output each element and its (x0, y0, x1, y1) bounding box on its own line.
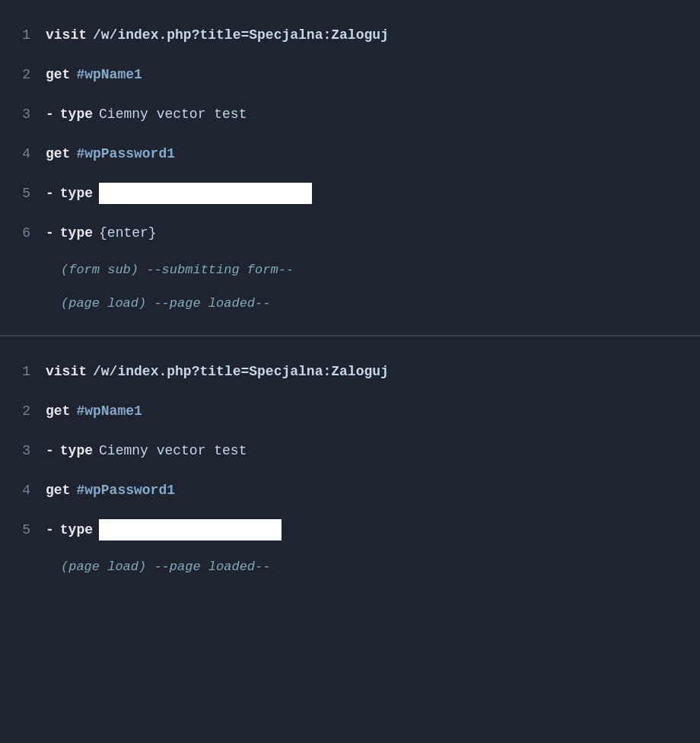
keyword-type: type (60, 522, 93, 537)
keyword-visit: visit (46, 364, 87, 379)
code-line: 1visit/w/index.php?title=Specjalna:Zalog… (0, 352, 700, 391)
code-line: 2get#wpName1 (0, 391, 700, 431)
panel-1: 1visit/w/index.php?title=Specjalna:Zalog… (0, 0, 700, 336)
line-number: 2 (0, 67, 46, 82)
dash-prefix: - (46, 186, 54, 201)
keyword-get: get (46, 483, 70, 498)
line-content: -type{enter} (46, 225, 157, 241)
code-line: 3-typeCiemny vector test (0, 431, 700, 470)
code-line: 4get#wpPassword1 (0, 134, 700, 174)
keyword-type: type (60, 186, 93, 201)
comment-label: (page load) (61, 296, 154, 311)
line-content: get#wpPassword1 (46, 146, 175, 161)
line-number: 3 (0, 443, 46, 458)
line-number: 5 (0, 522, 46, 537)
line-number: 4 (0, 483, 46, 498)
line-number: 6 (0, 225, 46, 241)
text-url: /w/index.php?title=Specjalna:Zaloguj (93, 27, 389, 43)
comment-text: (page load) --page loaded-- (61, 560, 270, 574)
comment-value: --submitting form-- (146, 263, 294, 277)
text-selector: #wpName1 (76, 67, 142, 82)
line-content: get#wpPassword1 (46, 483, 175, 498)
redacted-value (99, 519, 282, 541)
redacted-value (99, 183, 312, 204)
app-container: 1visit/w/index.php?title=Specjalna:Zalog… (0, 0, 700, 598)
keyword-type: type (60, 443, 93, 458)
comment-label: (page load) (61, 560, 154, 574)
comment-text: (form sub) --submitting form-- (61, 263, 294, 277)
comment-value: --page loaded-- (154, 296, 270, 311)
keyword-type: type (60, 107, 93, 122)
line-content: get#wpName1 (46, 403, 142, 419)
keyword-get: get (46, 403, 70, 419)
text-url: /w/index.php?title=Specjalna:Zaloguj (93, 364, 389, 379)
dash-prefix: - (46, 225, 54, 241)
code-line: 3-typeCiemny vector test (0, 94, 700, 134)
text-selector: #wpName1 (76, 403, 142, 419)
keyword-get: get (46, 67, 70, 82)
comment-line: (page load) --page loaded-- (0, 550, 700, 583)
keyword-type: type (60, 225, 93, 241)
line-number: 2 (0, 403, 46, 419)
line-content: -type (46, 183, 312, 204)
dash-prefix: - (46, 107, 54, 122)
comment-value: --page loaded-- (154, 560, 270, 574)
code-line: 5-type (0, 510, 700, 550)
text-plain: Ciemny vector test (99, 107, 247, 122)
code-line: 4get#wpPassword1 (0, 470, 700, 510)
comment-line: (page load) --page loaded-- (0, 286, 700, 320)
text-plain: Ciemny vector test (99, 443, 247, 458)
line-content: -typeCiemny vector test (46, 107, 247, 122)
comment-label: (form sub) (61, 263, 146, 277)
code-line: 5-type (0, 174, 700, 213)
dash-prefix: - (46, 522, 54, 537)
line-content: -type (46, 519, 282, 541)
code-line: 1visit/w/index.php?title=Specjalna:Zalog… (0, 15, 700, 55)
keyword-get: get (46, 146, 70, 161)
line-number: 5 (0, 186, 46, 201)
line-content: visit/w/index.php?title=Specjalna:Zalogu… (46, 364, 389, 379)
line-content: visit/w/index.php?title=Specjalna:Zalogu… (46, 27, 389, 43)
text-selector: #wpPassword1 (76, 146, 175, 161)
line-number: 1 (0, 27, 46, 43)
panel-2: 1visit/w/index.php?title=Specjalna:Zalog… (0, 336, 700, 598)
line-number: 1 (0, 364, 46, 379)
line-number: 3 (0, 107, 46, 122)
comment-text: (page load) --page loaded-- (61, 296, 270, 311)
code-line: 2get#wpName1 (0, 55, 700, 94)
code-line: 6-type{enter} (0, 213, 700, 253)
keyword-visit: visit (46, 27, 87, 43)
line-content: get#wpName1 (46, 67, 142, 82)
text-selector: #wpPassword1 (76, 483, 175, 498)
line-number: 4 (0, 146, 46, 161)
line-content: -typeCiemny vector test (46, 443, 247, 458)
dash-prefix: - (46, 443, 54, 458)
text-plain: {enter} (99, 225, 157, 241)
comment-line: (form sub) --submitting form-- (0, 253, 700, 286)
